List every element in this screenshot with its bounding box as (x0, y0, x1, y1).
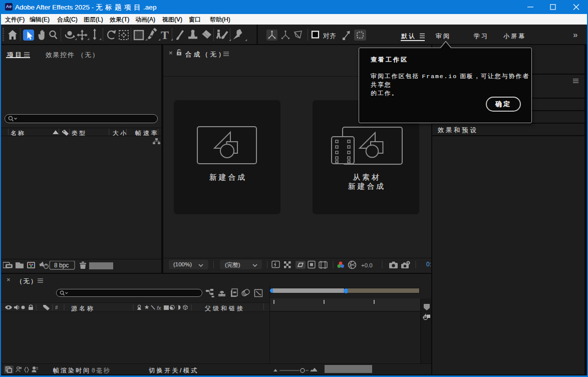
svg-text:+0.0: +0.0 (361, 262, 373, 268)
svg-text:fx: fx (157, 305, 161, 311)
svg-text:8 bpc: 8 bpc (54, 262, 69, 269)
svg-text:#: # (55, 305, 58, 310)
svg-text:T: T (161, 29, 169, 42)
